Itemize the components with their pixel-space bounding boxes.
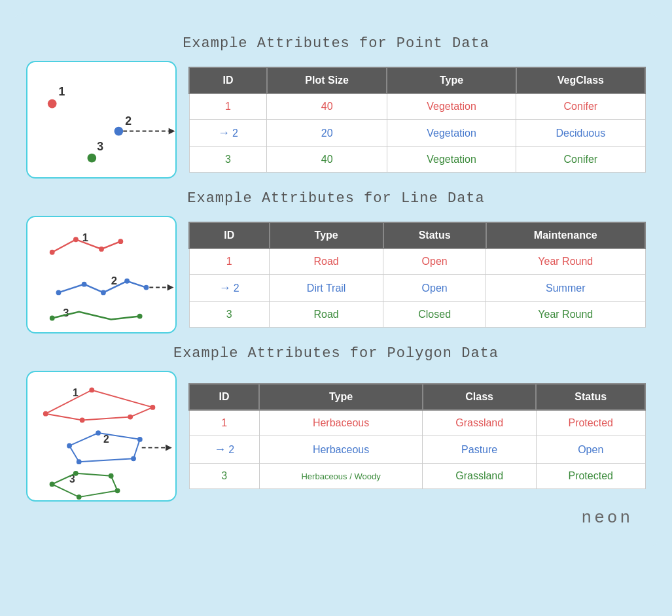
svg-point-34 (96, 430, 101, 436)
point-map-box: 1 2 3 (26, 61, 177, 179)
svg-point-18 (144, 285, 149, 290)
cell-status: Open (383, 275, 486, 302)
cell-type: Herbaceous (259, 436, 423, 464)
polygon-section-row: 1 2 3 (26, 371, 646, 502)
svg-point-36 (131, 456, 136, 461)
polygon-col-id: ID (189, 384, 259, 410)
cell-plotsize: 40 (267, 147, 387, 173)
cell-class: Grassland (423, 464, 537, 489)
svg-point-15 (82, 282, 87, 287)
svg-point-29 (128, 415, 133, 420)
cell-type: Vegetation (387, 120, 516, 147)
svg-point-28 (150, 405, 155, 410)
svg-point-45 (115, 488, 120, 493)
cell-vegclass: Conifer (516, 147, 645, 173)
cell-id: 3 (189, 302, 270, 328)
cell-id: 1 (189, 410, 259, 436)
svg-point-16 (101, 290, 106, 295)
svg-point-14 (56, 290, 62, 295)
table-row: 3 40 Vegetation Conifer (189, 147, 645, 173)
cell-id: 1 (189, 248, 270, 275)
cell-plotsize: 40 (267, 94, 387, 120)
cell-type: Dirt Trail (270, 275, 383, 302)
polygon-map-svg: 1 2 3 (27, 372, 175, 500)
line-section-row: 1 2 3 (26, 216, 646, 334)
svg-point-23 (137, 314, 143, 319)
svg-text:2: 2 (125, 114, 132, 128)
svg-point-10 (73, 237, 79, 242)
table-row: 1 40 Vegetation Conifer (189, 94, 645, 120)
svg-point-35 (137, 437, 143, 442)
cell-type: Road (270, 302, 383, 328)
cell-id: 3 (189, 147, 267, 173)
svg-point-26 (43, 411, 48, 417)
table-row: →2 20 Vegetation Deciduous (189, 120, 645, 147)
cell-id: →2 (189, 275, 270, 302)
point-col-type: Type (387, 67, 516, 94)
point-col-id: ID (189, 67, 267, 94)
polygon-section-title: Example Attributes for Polygon Data (26, 345, 646, 362)
cell-id: →2 (189, 436, 259, 464)
arrow-icon: → (214, 443, 226, 456)
svg-point-46 (77, 494, 82, 500)
cell-class: Grassland (423, 410, 537, 436)
svg-point-17 (124, 279, 130, 284)
arrow-icon: → (218, 126, 230, 140)
svg-point-33 (67, 443, 72, 449)
table-row: 3 Road Closed Year Round (189, 302, 645, 328)
point-section-title: Example Attributes for Point Data (26, 35, 646, 52)
svg-point-42 (50, 482, 55, 487)
svg-point-22 (50, 316, 55, 321)
cell-type: Herbaceous / Woody (259, 464, 423, 489)
svg-point-3 (115, 127, 124, 136)
cell-status: Protected (536, 464, 645, 489)
svg-point-30 (80, 418, 85, 423)
cell-type: Road (270, 248, 383, 275)
line-col-maintenance: Maintenance (486, 222, 645, 248)
cell-status: Protected (536, 410, 645, 436)
point-map-svg: 1 2 3 (27, 62, 175, 177)
table-row: →2 Herbaceous Pasture Open (189, 436, 645, 464)
main-container: Example Attributes for Point Data 1 2 3 (13, 13, 659, 547)
cell-type: Vegetation (387, 94, 516, 120)
cell-status: Closed (383, 302, 486, 328)
cell-id: 1 (189, 94, 267, 120)
svg-point-37 (77, 459, 82, 464)
polygon-map-box: 1 2 3 (26, 371, 177, 502)
line-section-title: Example Attributes for Line Data (26, 190, 646, 207)
polygon-col-type: Type (259, 384, 423, 410)
polygon-col-class: Class (423, 384, 537, 410)
svg-point-11 (99, 247, 104, 252)
cell-status: Open (383, 248, 486, 275)
cell-maintenance: Summer (486, 275, 645, 302)
svg-point-44 (109, 473, 114, 479)
polygon-col-status: Status (536, 384, 645, 410)
svg-marker-41 (52, 473, 118, 497)
svg-point-43 (73, 471, 79, 476)
point-col-plotsize: Plot Size (267, 67, 387, 94)
cell-vegclass: Deciduous (516, 120, 645, 147)
table-row: 3 Herbaceous / Woody Grassland Protected (189, 464, 645, 489)
cell-id: →2 (189, 120, 267, 147)
svg-point-9 (50, 250, 55, 255)
point-section-row: 1 2 3 ID Plot Size Type VegClass (26, 61, 646, 179)
cell-plotsize: 20 (267, 120, 387, 147)
cell-type: Herbaceous (259, 410, 423, 436)
line-col-id: ID (189, 222, 270, 248)
cell-maintenance: Year Round (486, 248, 645, 275)
svg-text:3: 3 (97, 140, 103, 153)
cell-status: Open (536, 436, 645, 464)
line-table: ID Type Status Maintenance 1 Road Open Y… (188, 222, 646, 328)
line-map-svg: 1 2 3 (27, 217, 175, 332)
svg-text:1: 1 (58, 85, 65, 98)
svg-marker-25 (46, 390, 153, 420)
svg-text:3: 3 (63, 307, 69, 319)
svg-marker-5 (169, 128, 175, 135)
neon-logo: neon (26, 508, 646, 528)
table-row: 1 Herbaceous Grassland Protected (189, 410, 645, 436)
svg-marker-39 (166, 445, 172, 451)
line-col-status: Status (383, 222, 486, 248)
svg-text:2: 2 (111, 275, 117, 287)
svg-point-12 (118, 239, 123, 244)
table-row: →2 Dirt Trail Open Summer (189, 275, 645, 302)
